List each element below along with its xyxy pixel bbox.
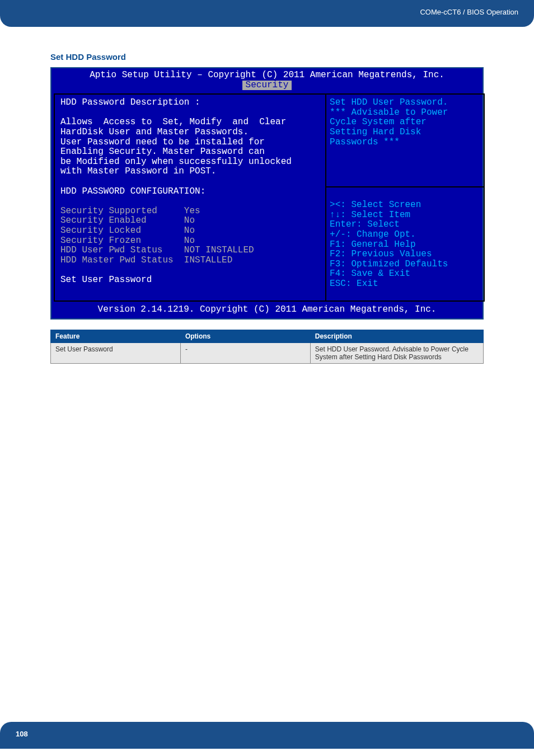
bios-help-box: Set HDD User Password. *** Advisable to … — [325, 93, 485, 187]
help4: Setting Hard Disk — [330, 127, 421, 137]
nav4: +/-: Change Opt. — [330, 229, 416, 240]
nav3: Enter: Select — [330, 219, 400, 229]
item-2-value: No — [184, 226, 195, 236]
help5: Passwords *** — [330, 137, 400, 147]
cell-options: - — [180, 342, 310, 363]
cell-description: Set HDD User Password. Advisable to Powe… — [310, 342, 483, 363]
nav7: F3: Optimized Defaults — [330, 259, 448, 269]
help1: Set HDD User Password. — [330, 97, 448, 107]
table-row: Set User Password - Set HDD User Passwor… — [51, 342, 484, 363]
help3: Cycle System after — [330, 117, 427, 127]
item-0-value: Yes — [184, 206, 200, 216]
left-desc2: HardDisk User and Master Passwords. — [60, 127, 249, 137]
left-desc4: Enabling Security. Master Password can — [60, 147, 265, 157]
nav1: ><: Select Screen — [330, 200, 421, 210]
item-0-label: Security Supported — [60, 206, 157, 216]
nav9: ESC: Exit — [330, 279, 378, 289]
feature-table: Feature Options Description Set User Pas… — [50, 330, 484, 364]
bios-main-panel: HDD Password Description : Allows Access… — [54, 93, 325, 302]
item-5-label: HDD Master Pwd Status — [60, 255, 174, 265]
left-desc1: Allows Access to Set, Modify and Clear — [60, 117, 286, 127]
bios-side-panel: Set HDD User Password. *** Advisable to … — [325, 93, 485, 302]
item-1-value: No — [184, 215, 195, 226]
bios-body: HDD Password Description : Allows Access… — [51, 91, 483, 304]
table-header-feature: Feature — [51, 330, 181, 342]
config-header: HDD PASSWORD CONFIGURATION: — [60, 186, 205, 196]
nav6: F2: Previous Values — [330, 249, 432, 259]
left-desc5: be Modified only when successfully unloc… — [60, 157, 292, 167]
nav8: F4: Save & Exit — [330, 269, 410, 279]
table-header-options: Options — [180, 330, 310, 342]
cell-feature: Set User Password — [51, 342, 181, 363]
selected-item[interactable]: Set User Password — [60, 275, 152, 285]
nav5: F1: General Help — [330, 240, 416, 250]
section-title: Set HDD Password — [50, 52, 484, 62]
item-3-value: No — [184, 236, 195, 246]
page-content: Set HDD Password Aptio Setup Utility – C… — [0, 27, 534, 364]
bios-screenshot: Aptio Setup Utility – Copyright (C) 2011… — [50, 67, 484, 320]
bios-title: Aptio Setup Utility – Copyright (C) 2011… — [90, 70, 444, 80]
bios-footer: Version 2.14.1219. Copyright (C) 2011 Am… — [51, 304, 483, 318]
bios-titlebar: Aptio Setup Utility – Copyright (C) 2011… — [51, 68, 483, 91]
bios-tab-security[interactable]: Security — [242, 81, 292, 91]
item-1-label: Security Enabled — [60, 215, 147, 226]
page-header: COMe-cCT6 / BIOS Operation — [0, 0, 534, 27]
bios-nav-box: ><: Select Screen ↑↓: Select Item Enter:… — [325, 187, 485, 302]
header-breadcrumb: COMe-cCT6 / BIOS Operation — [420, 8, 518, 16]
item-5-value: INSTALLED — [184, 255, 232, 265]
item-4-value: NOT INSTALLED — [184, 245, 254, 255]
table-header-description: Description — [310, 330, 483, 342]
nav2: ↑↓: Select Item — [330, 210, 410, 220]
item-3-label: Security Frozen — [60, 236, 141, 246]
left-desc3: User Password need to be installed for — [60, 137, 265, 147]
left-title: HDD Password Description : — [60, 97, 200, 107]
item-4-label: HDD User Pwd Status — [60, 245, 162, 255]
help2: *** Advisable to Power — [330, 107, 448, 118]
item-2-label: Security Locked — [60, 226, 141, 236]
left-desc6: with Master Password in POST. — [60, 166, 216, 176]
